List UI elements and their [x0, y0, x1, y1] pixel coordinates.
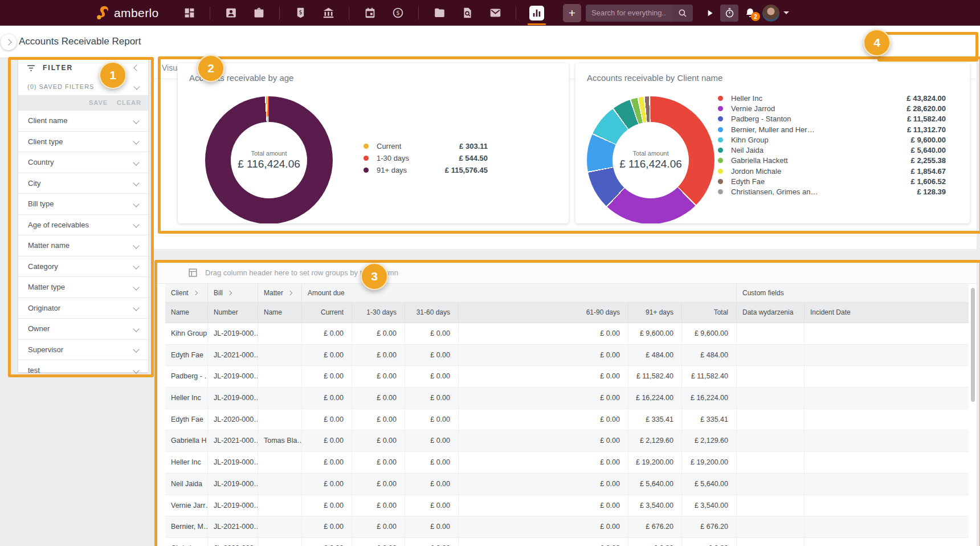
billing-tag-icon[interactable]: $ [293, 6, 308, 21]
legend-value: £ 5,640.00 [911, 146, 946, 154]
legend-row[interactable]: Current £ 303.11 [364, 140, 488, 152]
col-61-90-days[interactable]: 61-90 days [459, 303, 628, 323]
table-row[interactable]: Padberg - … JL-2019-000… £ 0.00 £ 0.00 £… [165, 366, 969, 388]
legend-row[interactable]: Bernier, Muller and Her… £ 11,312.70 [718, 124, 946, 135]
filter-item[interactable]: Age of receivables [18, 214, 148, 235]
table-row[interactable]: Gabriella H… JL-2021-000… Tomas Bla… £ 0… [165, 430, 969, 452]
reports-icon[interactable] [529, 6, 544, 21]
cell-total: £ 2,129.60 [682, 430, 737, 451]
clear-filter-button[interactable]: CLEAR [117, 99, 141, 106]
group-matter[interactable]: Matter [258, 284, 302, 302]
table-row[interactable]: Heller Inc JL-2019-000… £ 0.00 £ 0.00 £ … [165, 452, 969, 474]
contacts-icon[interactable] [223, 6, 238, 21]
table-row[interactable]: Heller Inc JL-2019-000… £ 0.00 £ 0.00 £ … [165, 388, 969, 409]
legend-row[interactable]: Edyth Fae £ 1,606.52 [718, 176, 946, 186]
filter-item[interactable]: Originator [18, 298, 148, 319]
cell-61-90: £ 0.00 [459, 516, 628, 537]
col-incident-date[interactable]: Incident Date [805, 303, 969, 323]
legend-row[interactable]: Gabriella Hackett £ 2,255.38 [718, 156, 946, 166]
group-custom-fields[interactable]: Custom fields [737, 284, 969, 302]
filter-item[interactable]: Client name [18, 110, 148, 131]
chevron-down-icon [133, 83, 140, 89]
user-menu-caret-icon[interactable] [783, 11, 789, 14]
saved-filters-row[interactable]: (0) SAVED FILTERS [18, 78, 148, 95]
sidebar-expand-button[interactable] [1, 34, 17, 50]
filter-item[interactable]: Category [18, 256, 148, 277]
stopwatch-icon[interactable] [720, 5, 738, 22]
col-current[interactable]: Current [302, 303, 352, 323]
filter-item[interactable]: Client type [18, 131, 148, 152]
vertical-scrollbar[interactable] [971, 288, 975, 402]
start-timer-play-icon[interactable] [705, 9, 714, 18]
col-data-wydarzenia[interactable]: Data wydarzenia [737, 303, 805, 323]
filter-item[interactable]: Bill type [18, 193, 148, 214]
col-total[interactable]: Total [682, 303, 737, 323]
row-group-dropzone[interactable]: Drag column header here to set row group… [155, 262, 977, 284]
dashboard-icon[interactable] [182, 6, 197, 21]
donut-chart-age[interactable]: Total amount £ 116,424.06 [205, 96, 333, 223]
amberlo-logo[interactable]: amberlo [95, 0, 159, 26]
calendar-icon[interactable] [362, 6, 377, 21]
legend-row[interactable]: Kihn Group £ 9,600.00 [718, 135, 946, 145]
cell-current: £ 0.00 [302, 495, 352, 516]
cell-client: Vernie Jarr… [165, 495, 208, 516]
save-filter-button[interactable]: SAVE [89, 99, 108, 106]
table-row[interactable]: Christians… JL-2020-000… £ 0.00 £ 0.00 £… [165, 538, 969, 546]
table-row[interactable]: Neil Jaida JL-2019-000… £ 0.00 £ 0.00 £ … [165, 474, 969, 495]
notifications-bell-icon[interactable]: 2 [744, 7, 756, 19]
legend-row[interactable]: Vernie Jarrod £ 28,620.00 [718, 103, 946, 113]
search-input[interactable] [586, 5, 672, 22]
chart-card-age: Accounts receivable by age Total amount … [178, 63, 569, 223]
user-avatar[interactable] [762, 5, 779, 22]
filter-item[interactable]: Owner [18, 318, 148, 339]
mail-icon[interactable] [488, 6, 503, 21]
filter-item[interactable]: Country [18, 152, 148, 173]
search-icon[interactable] [672, 5, 693, 22]
col-1-30-days[interactable]: 1-30 days [352, 303, 405, 323]
col-matter-name[interactable]: Name [258, 303, 302, 323]
chevron-down-icon [133, 263, 139, 270]
money-clock-icon[interactable]: $ [390, 6, 405, 21]
cell-current: £ 0.00 [302, 323, 352, 344]
legend-row[interactable]: Padberg - Stanton £ 11,582.40 [718, 114, 946, 124]
cell-client: Kihn Group [165, 323, 208, 344]
cell-data-wydarzenia [737, 452, 805, 473]
filter-item[interactable]: Matter name [18, 235, 148, 256]
legend-row[interactable]: Neil Jaida £ 5,640.00 [718, 145, 946, 155]
col-bill-number[interactable]: Number [208, 303, 258, 323]
donut-chart-client[interactable]: Total amount £ 116,424.06 [587, 96, 714, 223]
legend-row[interactable]: 1-30 days £ 544.50 [364, 152, 488, 164]
document-search-icon[interactable] [460, 6, 475, 21]
filter-item[interactable]: Supervisor [18, 339, 148, 360]
table-row[interactable]: Edyth Fae JL-2020-000… £ 0.00 £ 0.00 £ 0… [165, 409, 969, 431]
table-row[interactable]: Bernier, M… JL-2021-000… £ 0.00 £ 0.00 £… [165, 516, 969, 538]
bank-icon[interactable] [321, 6, 336, 21]
legend-dot [718, 169, 723, 174]
matters-briefcase-icon[interactable] [251, 6, 266, 21]
legend-row[interactable]: Heller Inc £ 43,824.00 [718, 93, 946, 103]
group-amount-due[interactable]: Amount due [302, 284, 737, 302]
expand-group-icon[interactable] [288, 291, 292, 295]
legend-row[interactable]: Jordon Michale £ 1,854.67 [718, 166, 946, 176]
group-bill[interactable]: Bill [208, 284, 258, 302]
add-new-button[interactable]: + [563, 4, 581, 22]
filter-item[interactable]: Matter type [18, 276, 148, 298]
table-row[interactable]: Vernie Jarr… JL-2019-000… £ 0.00 £ 0.00 … [165, 495, 969, 517]
table-row[interactable]: Edyth Fae JL-2021-000… £ 0.00 £ 0.00 £ 0… [165, 345, 969, 366]
legend-row[interactable]: 91+ days £ 115,576.45 [364, 164, 488, 176]
filter-item-label: Category [28, 262, 58, 271]
expand-group-icon[interactable] [227, 291, 232, 295]
col-31-60-days[interactable]: 31-60 days [405, 303, 459, 323]
group-client[interactable]: Client [165, 284, 208, 302]
filter-item[interactable]: City [18, 173, 148, 194]
cell-31-60: £ 0.00 [405, 538, 459, 546]
col-91-plus-days[interactable]: 91+ days [628, 303, 682, 323]
documents-folder-icon[interactable] [432, 6, 447, 21]
collapse-filter-icon[interactable] [133, 64, 140, 71]
table-row[interactable]: Kihn Group JL-2019-000… £ 0.00 £ 0.00 £ … [165, 323, 969, 345]
filter-item[interactable]: test [18, 360, 148, 381]
expand-group-icon[interactable] [193, 291, 197, 295]
legend-row[interactable]: Christiansen, Grimes an… £ 128.39 [718, 187, 946, 197]
col-client-name[interactable]: Name [165, 303, 208, 323]
filter-item-label: City [28, 179, 40, 188]
